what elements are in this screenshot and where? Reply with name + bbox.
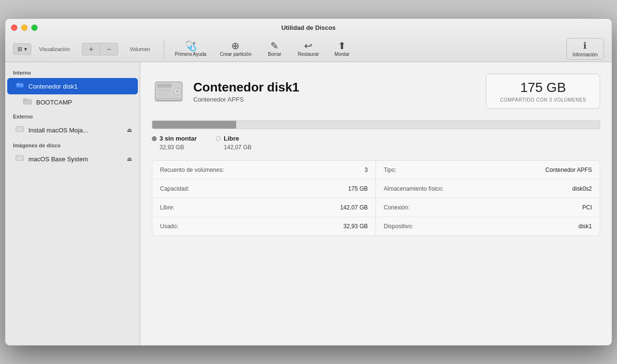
disk-image-icon xyxy=(15,154,25,164)
main-panel: Contenedor disk1 Contenedor APFS 175 GB … xyxy=(140,62,612,345)
restaurar-icon: ↩ xyxy=(304,41,312,51)
detail-row-capacidad: Capacidad: 175 GB xyxy=(152,180,376,198)
volumes-label: Recuento de volúmenes: xyxy=(160,167,224,173)
disk-hardware-icon xyxy=(153,76,184,107)
externo-section-label: Externo xyxy=(5,110,140,121)
sidebar-item-label-contenedor: Contenedor disk1 xyxy=(28,83,132,90)
folder-icon xyxy=(23,98,32,106)
close-button[interactable] xyxy=(11,25,17,31)
conexion-value: PCI xyxy=(582,204,592,211)
sidebar-item-label-macos-base: macOS Base System xyxy=(28,156,123,163)
minimize-button[interactable] xyxy=(21,25,27,31)
disk-size-num: 175 GB xyxy=(500,80,586,95)
borrar-icon: ✎ xyxy=(270,41,279,51)
details-left-col: Recuento de volúmenes: 3 Capacidad: 175 … xyxy=(152,161,376,235)
details-grid: Recuento de volúmenes: 3 Capacidad: 175 … xyxy=(152,161,600,235)
titlebar: Utilidad de Discos ⊞ ▾ Visualización ＋ －… xyxy=(5,19,612,62)
sidebar-item-label-install-macos: Install macOS Moja... xyxy=(28,127,123,134)
remove-volume-button[interactable]: － xyxy=(100,43,118,55)
svg-rect-17 xyxy=(155,98,182,99)
detail-row-volumes: Recuento de volúmenes: 3 xyxy=(152,161,376,180)
svg-rect-1 xyxy=(17,84,20,85)
svg-point-16 xyxy=(176,90,179,93)
info-icon: ℹ xyxy=(583,40,587,51)
volume-control: ＋ － xyxy=(82,43,118,55)
view-icon: ⊞ xyxy=(17,46,22,52)
montar-icon: ⬆ xyxy=(338,41,346,51)
details-right-col: Tipo: Contenedor APFS Almacenamiento fís… xyxy=(376,161,600,235)
dispositivo-label: Dispositivo: xyxy=(384,223,413,230)
svg-point-2 xyxy=(22,85,23,86)
restaurar-button[interactable]: ↩ Restaurar xyxy=(293,39,324,59)
disk-type: Contenedor APFS xyxy=(193,96,486,103)
legend-free-dot xyxy=(216,136,221,141)
storage-bar-section: 3 sin montar 32,93 GB Libre 142,07 GB xyxy=(152,120,600,151)
crear-particion-icon: ⊕ xyxy=(231,41,240,51)
borrar-button[interactable]: ✎ Borrar xyxy=(260,39,289,59)
details-section: Recuento de volúmenes: 3 Capacidad: 175 … xyxy=(152,160,600,236)
storage-bar xyxy=(152,120,600,129)
detail-row-libre: Libre: 142,07 GB xyxy=(152,198,376,217)
legend-free: Libre 142,07 GB xyxy=(216,135,251,151)
toolbar-label-view: Visualización xyxy=(39,46,70,52)
dispositivo-value: disk1 xyxy=(578,223,592,230)
imagenes-section-label: Imágenes de disco xyxy=(5,139,140,150)
sidebar-item-bootcamp[interactable]: BOOTCAMP xyxy=(7,95,138,109)
disk-header: Contenedor disk1 Contenedor APFS 175 GB … xyxy=(152,74,600,109)
detail-row-almacenamiento: Almacenamiento físico: disk0s2 xyxy=(376,180,600,198)
usado-label: Usado: xyxy=(160,223,178,230)
sidebar-item-install-macos[interactable]: Install macOS Moja... ⏏ xyxy=(7,122,138,138)
eject-base-icon[interactable]: ⏏ xyxy=(127,156,132,162)
toolbar: ⊞ ▾ Visualización ＋ － Volumen 🩺 Primera … xyxy=(5,36,612,62)
titlebar-top: Utilidad de Discos xyxy=(5,19,612,36)
tipo-label: Tipo: xyxy=(384,167,396,173)
chevron-down-icon: ▾ xyxy=(24,46,27,52)
eject-install-icon[interactable]: ⏏ xyxy=(127,127,132,133)
detail-row-tipo: Tipo: Contenedor APFS xyxy=(376,161,600,180)
legend-used-dot xyxy=(152,136,157,141)
detail-row-usado: Usado: 32,93 GB xyxy=(152,217,376,235)
external-disk-icon xyxy=(15,125,25,135)
disk-name: Contenedor disk1 xyxy=(193,80,486,95)
disk-size-box: 175 GB COMPARTIDO CON 3 VOLÚMENES xyxy=(486,74,600,109)
almacenamiento-label: Almacenamiento físico: xyxy=(384,185,443,192)
conexion-label: Conexión: xyxy=(384,204,410,211)
toolbar-separator xyxy=(164,39,164,59)
body: Interno Contenedor disk1 xyxy=(5,62,612,345)
sidebar-item-label-bootcamp: BOOTCAMP xyxy=(36,99,132,106)
volume-label: Volumen xyxy=(130,46,150,52)
restaurar-label: Restaurar xyxy=(298,52,319,57)
usado-value: 32,93 GB xyxy=(343,223,368,230)
informacion-label: Información xyxy=(573,52,598,57)
view-group: ⊞ ▾ xyxy=(13,43,31,55)
view-button[interactable]: ⊞ ▾ xyxy=(13,43,31,55)
svg-rect-9 xyxy=(17,156,20,157)
tipo-value: Contenedor APFS xyxy=(545,167,592,173)
borrar-label: Borrar xyxy=(268,52,282,57)
detail-row-dispositivo: Dispositivo: disk1 xyxy=(376,217,600,235)
montar-button[interactable]: ⬆ Montar xyxy=(328,39,357,59)
storage-bar-used xyxy=(152,121,236,129)
svg-rect-13 xyxy=(157,90,172,91)
libre-value: 142,07 GB xyxy=(340,204,368,211)
primera-ayuda-button[interactable]: 🩺 Primera Ayuda xyxy=(170,39,211,59)
disk-info: Contenedor disk1 Contenedor APFS xyxy=(193,80,486,103)
primera-ayuda-icon: 🩺 xyxy=(185,41,197,51)
add-volume-button[interactable]: ＋ xyxy=(82,43,100,55)
informacion-button[interactable]: ℹ Información xyxy=(566,38,604,60)
sidebar-item-macos-base-system[interactable]: macOS Base System ⏏ xyxy=(7,151,138,167)
legend-free-label: Libre xyxy=(224,135,239,142)
svg-rect-4 xyxy=(23,99,27,101)
crear-particion-label: Crear partición xyxy=(220,52,252,57)
libre-label: Libre: xyxy=(160,204,174,211)
capacidad-label: Capacidad: xyxy=(160,185,189,192)
maximize-button[interactable] xyxy=(31,25,38,31)
disk-size-sub: COMPARTIDO CON 3 VOLÚMENES xyxy=(500,97,586,103)
crear-particion-button[interactable]: ⊕ Crear partición xyxy=(215,39,256,59)
legend-used-row: 3 sin montar xyxy=(152,135,197,142)
legend-used-size: 32,93 GB xyxy=(160,144,197,151)
window-controls xyxy=(11,25,38,31)
storage-legend: 3 sin montar 32,93 GB Libre 142,07 GB xyxy=(152,135,600,151)
legend-free-row: Libre xyxy=(216,135,251,142)
sidebar-item-contenedor-disk1[interactable]: Contenedor disk1 xyxy=(7,78,138,94)
